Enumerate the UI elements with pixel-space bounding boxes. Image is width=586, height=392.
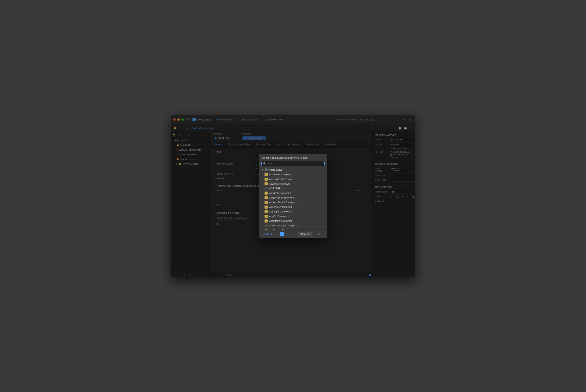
fw-icon-0: ■	[265, 173, 268, 176]
fw-item-0[interactable]: ■ Accelerate.framework	[259, 172, 327, 177]
dialog-search-input[interactable]	[267, 162, 323, 165]
fw-item-7[interactable]: ■ AdServices.framework	[259, 205, 327, 209]
fw-icon-2: ■	[265, 182, 268, 185]
group-name: Apple SDKs	[269, 168, 282, 171]
fw-item-4[interactable]: ■ ActivityKit.framework	[259, 191, 327, 196]
fw-icon-1: ■	[265, 178, 268, 181]
dialog-search-container: 🔍	[261, 161, 325, 166]
fw-icon-3: T	[265, 187, 268, 190]
fw-icon-5: ■	[265, 196, 268, 199]
fw-icon-10: ■	[265, 220, 268, 222]
dialog-footer: Add Other... ▾ Cancel Add	[259, 230, 327, 238]
fw-item-10[interactable]: ■ AppIntents.framework	[259, 219, 327, 223]
fw-item-2[interactable]: ■ Accounts.framework	[259, 182, 327, 186]
dialog-overlay: Choose frameworks and libraries to add: …	[171, 115, 415, 277]
dialog-title: Choose frameworks and libraries to add:	[259, 154, 327, 161]
cancel-button[interactable]: Cancel	[298, 232, 312, 236]
fw-item-1[interactable]: ■ Accessibility.framework	[259, 177, 327, 182]
dialog-group-apple-sdks[interactable]: ▼ ⚙ Apple SDKs	[259, 168, 327, 172]
fw-item-12[interactable]: ■ AppTrackingTransparency.framework	[259, 228, 327, 230]
fw-item-11[interactable]: T AppleConvergedTransport.tbd	[259, 223, 327, 228]
dialog-list: ▼ ⚙ Apple SDKs ■ Accelerate.framework ■ …	[259, 168, 327, 230]
fw-icon-4: ■	[265, 192, 268, 195]
add-button[interactable]: Add	[314, 232, 324, 236]
fw-icon-6: ■	[265, 201, 268, 204]
fw-icon-7: ■	[265, 206, 268, 208]
main-window: ▶ S SwiftLintTest 🔷 SwiftLintTest › Swif…	[171, 115, 415, 277]
fw-icon-8: ■	[265, 210, 268, 213]
add-other-button[interactable]: Add Other...	[262, 232, 278, 236]
fw-item-5[interactable]: ■ AddressBook.framework	[259, 196, 327, 200]
fw-item-8[interactable]: ■ AdSupport.framework	[259, 209, 327, 214]
add-other-dropdown-button[interactable]: ▾	[280, 232, 284, 236]
fw-item-9[interactable]: ■ AppClip.framework	[259, 214, 327, 219]
apple-sdks-icon: ⚙	[265, 168, 268, 172]
search-glass-icon: 🔍	[263, 162, 266, 165]
fw-item-3[interactable]: T ACIPCBTLib.tbd	[259, 186, 327, 191]
fw-icon-11: T	[265, 224, 268, 227]
dialog: Choose frameworks and libraries to add: …	[259, 154, 327, 238]
fw-icon-9: ■	[265, 215, 268, 218]
group-chevron-icon: ▼	[261, 169, 263, 171]
fw-item-6[interactable]: ■ AddressBookUI.framework	[259, 200, 327, 205]
